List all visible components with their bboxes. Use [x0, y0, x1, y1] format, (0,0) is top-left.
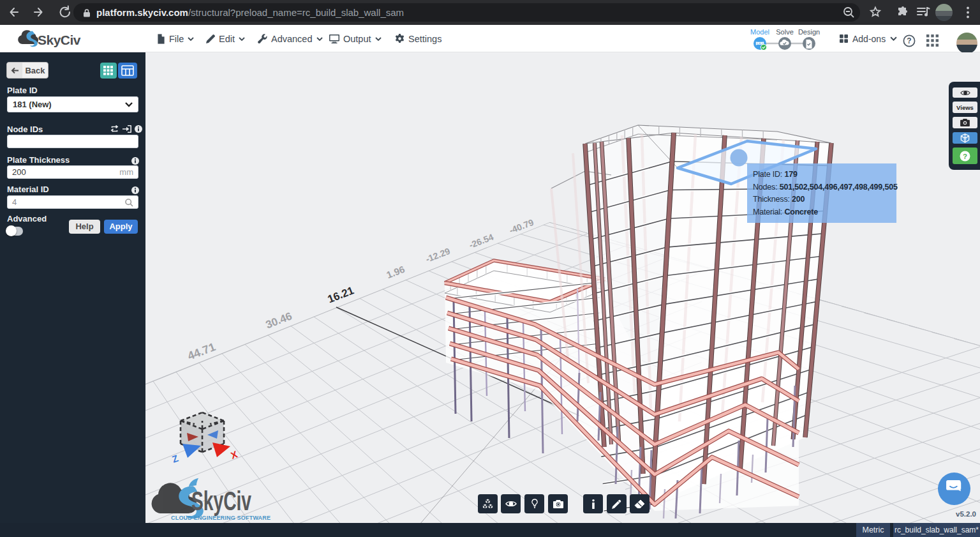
- svg-text:SkyCiv: SkyCiv: [191, 486, 251, 516]
- svg-text:?: ?: [907, 36, 911, 45]
- svg-text:SkyCiv: SkyCiv: [38, 33, 81, 47]
- svg-text:?: ?: [963, 152, 967, 160]
- svg-text:CLOUD ENGINEERING SOFTWARE: CLOUD ENGINEERING SOFTWARE: [171, 515, 271, 521]
